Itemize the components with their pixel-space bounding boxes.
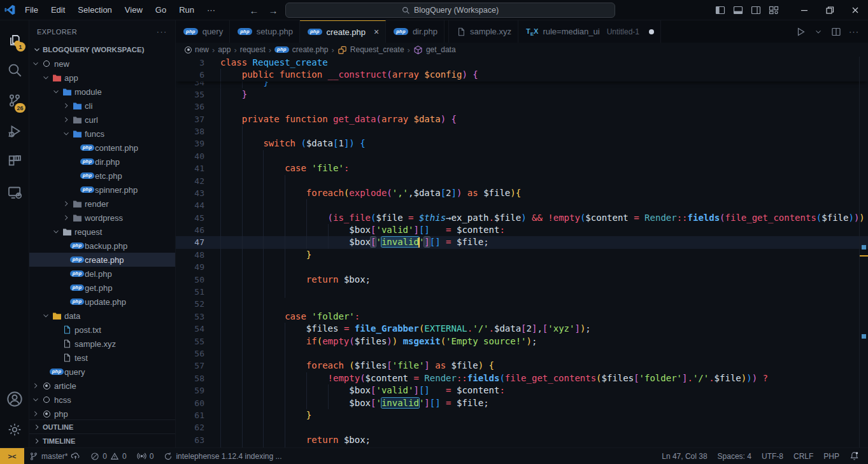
line-number[interactable]: 38 <box>176 125 220 137</box>
line-number[interactable]: 41 <box>176 162 220 174</box>
line-content[interactable] <box>220 175 868 187</box>
tree-item-wordpress[interactable]: wordpress <box>29 211 175 225</box>
breadcrumb-create-php[interactable]: phpcreate.php <box>274 45 328 54</box>
line-number[interactable]: 64 <box>176 446 220 447</box>
code-line-38[interactable]: 38 <box>176 125 868 137</box>
code-line-46[interactable]: 46 $box['valid'][] = $content: <box>176 224 868 236</box>
tree-item-sample-xyz[interactable]: sample.xyz <box>29 337 175 351</box>
nav-back-icon[interactable]: ← <box>247 5 261 16</box>
code-line-50[interactable]: 50 return $box; <box>176 274 868 286</box>
tree-item-new[interactable]: new <box>29 57 175 71</box>
code-line-54[interactable]: 54 $files = file_Grabber(EXTERNAL.'/'.$d… <box>176 323 868 335</box>
tree-item-query[interactable]: phpquery <box>29 365 175 379</box>
tree-item-test[interactable]: test <box>29 351 175 365</box>
menu-file[interactable]: File <box>19 3 44 17</box>
code-line-42[interactable]: 42 <box>176 175 868 187</box>
code-editor[interactable]: 3class Request_create6 public function _… <box>176 57 868 447</box>
code-line-62[interactable]: 62 <box>176 421 868 433</box>
sticky-scroll[interactable]: 3class Request_create6 public function _… <box>176 57 868 81</box>
tab-rule-median_ui[interactable]: TEXrule=median_uiUntitled-1 <box>518 20 661 43</box>
tree-item-cli[interactable]: cli <box>29 99 175 113</box>
line-number[interactable]: 42 <box>176 175 220 187</box>
line-content[interactable]: case 'file': <box>220 162 868 174</box>
line-content[interactable]: } <box>220 81 868 88</box>
code-line-41[interactable]: 41 case 'file': <box>176 162 868 174</box>
section-timeline[interactable]: TIMELINE <box>29 433 175 447</box>
line-number[interactable]: 40 <box>176 150 220 162</box>
tree-item-etc-php[interactable]: phpetc.php <box>29 169 175 183</box>
tree-item-curl[interactable]: curl <box>29 113 175 127</box>
tree-item-get-php[interactable]: phpget.php <box>29 281 175 295</box>
menu-[interactable]: ··· <box>201 3 221 17</box>
line-number[interactable]: 47 <box>176 236 220 248</box>
line-content[interactable] <box>220 421 868 433</box>
tree-item-update-php[interactable]: phpupdate.php <box>29 295 175 309</box>
line-content[interactable]: } <box>220 409 868 421</box>
nav-forward-icon[interactable]: → <box>266 5 280 16</box>
code-line-6[interactable]: 6 public function __construct(array $con… <box>176 69 868 81</box>
tree-item-article[interactable]: article <box>29 379 175 393</box>
line-content[interactable]: } <box>220 249 868 261</box>
breadcrumb-app[interactable]: app <box>218 45 231 54</box>
line-content[interactable]: private function get_data(array $data) { <box>220 113 868 125</box>
line-number[interactable]: 3 <box>176 57 220 69</box>
status-php[interactable]: PHP <box>818 448 844 464</box>
code-line-51[interactable]: 51 <box>176 286 868 298</box>
line-number[interactable]: 62 <box>176 421 220 433</box>
code-line-63[interactable]: 63 return $box; <box>176 434 868 446</box>
tab-setup-php[interactable]: phpsetup.php <box>230 20 300 43</box>
status-0[interactable]: 00 <box>85 448 131 464</box>
line-number[interactable]: 43 <box>176 187 220 199</box>
line-content[interactable]: if(empty($files)) msgexit('Empty source!… <box>220 335 868 348</box>
activitybar-account[interactable] <box>0 384 29 414</box>
code-line-40[interactable]: 40 <box>176 150 868 162</box>
code-line-57[interactable]: 57 foreach ($files['file'] as $file) { <box>176 360 868 372</box>
tree-item-content-php[interactable]: phpcontent.php <box>29 141 175 155</box>
line-number[interactable]: 50 <box>176 274 220 286</box>
line-content[interactable]: case 'folder': <box>220 311 868 323</box>
close-icon[interactable]: × <box>374 27 379 37</box>
line-content[interactable]: (is_file($file = $this→ex_path.$file) &&… <box>220 212 868 224</box>
line-content[interactable]: $files = file_Grabber(EXTERNAL.'/'.$data… <box>220 323 868 335</box>
remote-indicator[interactable]: >< <box>0 448 24 464</box>
line-content[interactable]: class Request_create <box>220 57 868 69</box>
line-number[interactable]: 56 <box>176 348 220 360</box>
code-line-34[interactable]: 34 } <box>176 81 868 88</box>
tab-dir-php[interactable]: phpdir.php <box>386 20 445 43</box>
status-utf-8[interactable]: UTF-8 <box>757 448 788 464</box>
tree-item-php[interactable]: php <box>29 407 175 419</box>
layout-panel-button[interactable] <box>729 0 747 20</box>
activitybar-explorer[interactable]: 1 <box>0 24 29 55</box>
partial-line[interactable]: 34 } <box>176 81 868 88</box>
explorer-more-icon[interactable]: ··· <box>157 28 167 36</box>
line-number[interactable]: 53 <box>176 311 220 323</box>
workspace-root[interactable]: BLOGQUERY (WORKSPACE) <box>29 43 175 57</box>
layout-sidebar-right-button[interactable] <box>747 0 765 20</box>
breadcrumb-get_data[interactable]: get_data <box>413 45 456 55</box>
tree-item-app[interactable]: app <box>29 71 175 85</box>
layout-sidebar-left-button[interactable] <box>711 0 729 20</box>
minimize-button[interactable] <box>792 0 817 20</box>
line-number[interactable]: 37 <box>176 113 220 125</box>
layout-customize-button[interactable] <box>765 0 783 20</box>
breadcrumb-new[interactable]: new <box>185 45 209 54</box>
code-line-64[interactable]: 64 break; <box>176 446 868 447</box>
tree-item-data[interactable]: data <box>29 309 175 323</box>
activitybar-remote-explorer[interactable] <box>0 177 29 207</box>
code-line-47[interactable]: 47 $box['invalid'][] = $file; <box>176 236 868 248</box>
line-number[interactable]: 52 <box>176 298 220 310</box>
overview-ruler[interactable] <box>859 57 868 447</box>
line-number[interactable]: 6 <box>176 69 220 81</box>
code-line-36[interactable]: 36 <box>176 101 868 113</box>
line-content[interactable]: !empty($content = Render::fields(file_ge… <box>220 372 868 384</box>
line-content[interactable]: $box['valid'][] = $content: <box>220 224 868 236</box>
line-content[interactable]: break; <box>220 446 868 447</box>
line-content[interactable]: $box['valid'][] = $content: <box>220 384 868 397</box>
tree-item-del-php[interactable]: phpdel.php <box>29 267 175 281</box>
menu-view[interactable]: View <box>119 3 148 17</box>
line-content[interactable] <box>220 286 868 298</box>
tab-query[interactable]: phpquery <box>176 20 230 43</box>
line-content[interactable]: return $box; <box>220 274 868 286</box>
status-bell[interactable] <box>844 448 864 464</box>
line-number[interactable]: 54 <box>176 323 220 335</box>
